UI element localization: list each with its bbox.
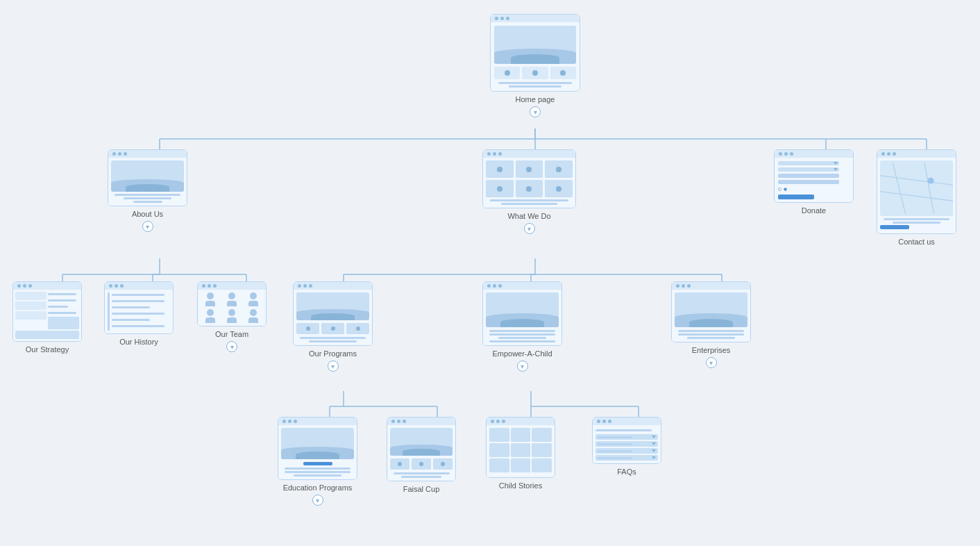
card-donate[interactable] <box>774 149 854 203</box>
node-enterprises[interactable]: Enterprises ▾ <box>671 281 751 368</box>
node-contact[interactable]: Contact us <box>877 149 956 246</box>
card-history[interactable] <box>104 281 174 334</box>
node-child-stories[interactable]: Child Stories <box>486 417 555 490</box>
label-programs: Our Programs <box>309 349 357 358</box>
label-contact: Contact us <box>898 238 935 246</box>
label-strategy: Our Strategy <box>26 345 69 354</box>
svg-line-32 <box>880 192 953 201</box>
node-history[interactable]: Our History <box>104 281 174 346</box>
label-faisal: Faisal Cup <box>403 485 440 493</box>
expand-homepage[interactable]: ▾ <box>530 106 541 117</box>
expand-programs[interactable]: ▾ <box>328 361 339 372</box>
card-team[interactable] <box>197 281 267 326</box>
node-whatwedo[interactable]: What We Do ▾ <box>482 149 576 234</box>
expand-about[interactable]: ▾ <box>142 221 153 232</box>
expand-empower[interactable]: ▾ <box>517 361 528 372</box>
label-homepage: Home page <box>516 95 555 104</box>
svg-line-31 <box>880 176 953 185</box>
sitemap-canvas: Home page ▾ About Us ▾ <box>0 0 980 546</box>
label-child-stories: Child Stories <box>499 481 542 490</box>
node-about[interactable]: About Us ▾ <box>108 149 187 232</box>
expand-whatwedo[interactable]: ▾ <box>524 223 535 234</box>
card-homepage[interactable] <box>490 14 580 92</box>
node-homepage[interactable]: Home page ▾ <box>490 14 580 117</box>
card-faisal[interactable] <box>387 417 456 481</box>
card-empower[interactable] <box>482 281 562 346</box>
card-faqs[interactable] <box>592 417 661 464</box>
label-empower: Empower-A-Child <box>492 349 552 358</box>
node-faqs[interactable]: FAQs <box>592 417 661 476</box>
node-strategy[interactable]: Our Strategy <box>12 281 82 354</box>
card-about[interactable] <box>108 149 187 206</box>
card-enterprises[interactable] <box>671 281 751 342</box>
label-about: About Us <box>132 210 163 218</box>
svg-line-34 <box>924 163 934 213</box>
label-education: Education Programs <box>283 483 353 492</box>
node-donate[interactable]: Donate <box>774 149 854 215</box>
card-programs[interactable] <box>293 281 373 346</box>
label-enterprises: Enterprises <box>692 346 731 354</box>
card-whatwedo[interactable] <box>482 149 576 208</box>
node-empower[interactable]: Empower-A-Child ▾ <box>482 281 562 372</box>
svg-point-35 <box>927 177 933 183</box>
expand-enterprises[interactable]: ▾ <box>706 357 717 368</box>
node-team[interactable]: Our Team ▾ <box>197 281 267 352</box>
label-team: Our Team <box>215 330 248 338</box>
node-programs[interactable]: Our Programs ▾ <box>293 281 373 372</box>
label-donate: Donate <box>802 206 826 215</box>
label-whatwedo: What We Do <box>507 212 550 220</box>
card-contact[interactable] <box>877 149 956 234</box>
card-strategy[interactable] <box>12 281 82 342</box>
svg-line-33 <box>893 163 905 213</box>
expand-team[interactable]: ▾ <box>226 341 237 352</box>
node-education[interactable]: Education Programs ▾ <box>278 417 357 506</box>
node-faisal[interactable]: Faisal Cup <box>387 417 456 493</box>
label-history: Our History <box>119 338 158 346</box>
card-education[interactable] <box>278 417 357 480</box>
card-child-stories[interactable] <box>486 417 555 478</box>
expand-education[interactable]: ▾ <box>312 495 323 506</box>
label-faqs: FAQs <box>617 468 636 476</box>
